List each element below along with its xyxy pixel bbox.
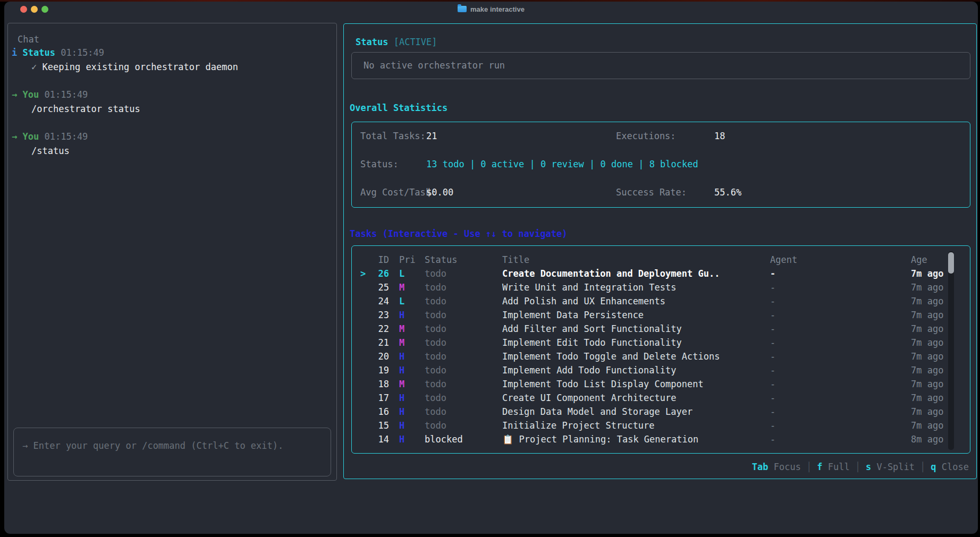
task-agent: - — [770, 363, 775, 377]
status-panel: Status [ACTIVE] No active orchestrator r… — [343, 23, 977, 479]
table-row[interactable]: 16 H todo Design Data Model and Storage … — [352, 405, 970, 419]
table-row[interactable]: 21 M todo Implement Edit Todo Functional… — [352, 336, 970, 350]
selection-cursor-icon — [360, 405, 370, 419]
table-row[interactable]: > 26 L todo Create Documentation and Dep… — [352, 267, 970, 280]
task-age: 7m ago — [911, 363, 943, 377]
total-tasks-value: 21 — [426, 129, 437, 143]
chat-message-header: → You 01:15:49 — [12, 130, 88, 143]
footer-separator: │ — [850, 462, 866, 472]
chat-message-header: i Status 01:15:49 — [12, 46, 104, 59]
vsplit-shortcut-label: V-Split — [876, 462, 915, 472]
chat-message-header: → You 01:15:49 — [12, 88, 88, 101]
table-row[interactable]: 18 M todo Implement Todo List Display Co… — [352, 377, 970, 391]
table-row[interactable]: 15 H todo Initialize Project Structure -… — [352, 419, 970, 432]
selection-cursor-icon — [360, 308, 370, 322]
task-age: 7m ago — [911, 419, 943, 432]
table-row[interactable]: 19 H todo Implement Add Todo Functionali… — [352, 363, 970, 377]
table-row[interactable]: 20 H todo Implement Todo Toggle and Dele… — [352, 350, 970, 363]
task-status: todo — [425, 350, 446, 363]
task-title: Add Polish and UX Enhancements — [502, 294, 665, 308]
header-title: Title — [502, 253, 529, 267]
tasks-section-title: Tasks (Interactive - Use ↑↓ to navigate) — [350, 227, 567, 241]
table-row[interactable]: 24 L todo Add Polish and UX Enhancements… — [352, 294, 970, 308]
task-age: 7m ago — [911, 391, 943, 405]
chat-input[interactable]: → Enter your query or /command (Ctrl+C t… — [13, 428, 331, 476]
task-age: 7m ago — [911, 280, 943, 294]
task-title: Write Unit and Integration Tests — [502, 280, 677, 294]
task-status: todo — [425, 419, 446, 432]
status-panel-title: Status — [356, 37, 388, 47]
success-rate-label: Success Rate: — [616, 185, 687, 199]
panel-footer: Tab Focus│f Full│s V-Split│q Close — [752, 460, 969, 474]
chat-input-placeholder: → Enter your query or /command (Ctrl+C t… — [22, 439, 283, 453]
selection-cursor-icon — [360, 336, 370, 350]
task-priority: H — [399, 308, 404, 322]
task-age: 7m ago — [911, 267, 943, 280]
vsplit-shortcut[interactable]: s — [866, 462, 871, 472]
close-shortcut-label: Close — [942, 462, 969, 472]
full-shortcut-label: Full — [828, 462, 850, 472]
terminal-window: make interactive Chat i Status 01:15:49 … — [4, 2, 978, 534]
task-agent: - — [770, 432, 775, 446]
message-timestamp: 01:15:49 — [44, 131, 88, 142]
task-id: 16 — [373, 405, 389, 419]
table-row[interactable]: 23 H todo Implement Data Persistence - 7… — [352, 308, 970, 322]
tasks-table: ID Pri Status Title Agent Age > 26 L tod… — [351, 245, 970, 454]
task-status: todo — [425, 322, 446, 336]
task-priority: H — [399, 391, 404, 405]
task-title: Create Documentation and Deployment Gu.. — [502, 267, 720, 280]
header-age: Age — [911, 253, 927, 267]
task-priority: H — [399, 350, 404, 363]
task-age: 8m ago — [911, 432, 943, 446]
task-status: todo — [425, 363, 446, 377]
task-age: 7m ago — [911, 308, 943, 322]
task-title: Initialize Project Structure — [502, 419, 655, 432]
task-status: todo — [425, 308, 446, 322]
task-agent: - — [770, 280, 775, 294]
task-title: Implement Add Todo Functionality — [502, 363, 677, 377]
task-title: Implement Todo Toggle and Delete Actions — [502, 350, 720, 363]
tasks-scrollbar[interactable] — [948, 251, 954, 450]
task-status: todo — [425, 405, 446, 419]
table-row[interactable]: 25 M todo Write Unit and Integration Tes… — [352, 280, 970, 294]
info-icon: i — [12, 47, 17, 58]
task-agent: - — [770, 350, 775, 363]
task-status: todo — [425, 336, 446, 350]
message-sender: Status — [23, 47, 55, 58]
task-status: blocked — [425, 432, 463, 446]
table-row[interactable]: 14 H blocked 📋 Project Planning: Task Ge… — [352, 432, 970, 446]
header-pri: Pri — [399, 253, 416, 267]
full-shortcut[interactable]: f — [817, 462, 822, 472]
status-breakdown-value: 13 todo | 0 active | 0 review | 0 done |… — [426, 157, 698, 171]
task-priority: H — [399, 432, 404, 446]
arrow-right-icon: → — [12, 89, 17, 100]
task-id: 18 — [373, 377, 389, 391]
task-priority: M — [399, 322, 404, 336]
task-priority: H — [399, 363, 404, 377]
focus-shortcut[interactable]: Tab — [752, 462, 768, 472]
task-id: 17 — [373, 391, 389, 405]
task-age: 7m ago — [911, 322, 943, 336]
task-id: 23 — [373, 308, 389, 322]
task-id: 26 — [373, 267, 389, 280]
task-title: Implement Edit Todo Functionality — [502, 336, 682, 350]
orchestrator-banner-text: No active orchestrator run — [364, 58, 505, 72]
table-header-row: ID Pri Status Title Agent Age — [352, 253, 970, 267]
task-id: 19 — [373, 363, 389, 377]
task-priority: M — [399, 377, 404, 391]
task-status: todo — [425, 391, 446, 405]
task-age: 7m ago — [911, 336, 943, 350]
task-agent: - — [770, 294, 775, 308]
table-row[interactable]: 17 H todo Create UI Component Architectu… — [352, 391, 970, 405]
message-timestamp: 01:15:49 — [61, 47, 104, 58]
close-shortcut[interactable]: q — [931, 462, 936, 472]
table-row[interactable]: 22 M todo Add Filter and Sort Functional… — [352, 322, 970, 336]
stat-row: Avg Cost/Task: $0.00 Success Rate: 55.6% — [352, 185, 970, 199]
header-id: ID — [373, 253, 389, 267]
footer-separator: │ — [915, 462, 931, 472]
scrollbar-thumb[interactable] — [948, 252, 954, 274]
message-text: Keeping existing orchestrator daemon — [43, 62, 238, 72]
folder-icon — [458, 6, 467, 12]
footer-separator: │ — [801, 462, 817, 472]
statistics-box: Total Tasks: 21 Executions: 18 Status: 1… — [351, 122, 970, 208]
